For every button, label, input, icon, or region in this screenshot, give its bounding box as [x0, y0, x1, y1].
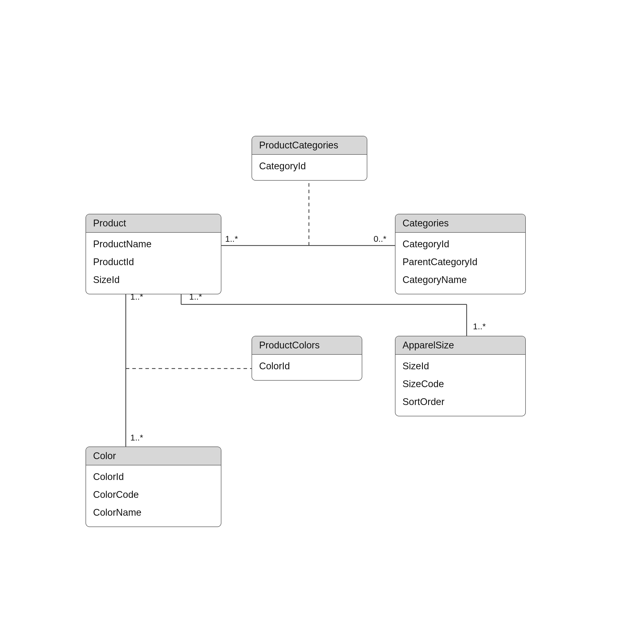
entity-attr: SizeCode — [403, 375, 518, 393]
mult-product-size-left: 1..* — [189, 292, 202, 302]
connectors — [0, 0, 644, 644]
entity-title: ProductColors — [252, 336, 362, 355]
entity-attr: CategoryId — [403, 235, 518, 253]
entity-product-categories: ProductCategories CategoryId — [252, 136, 367, 181]
entity-title: ProductCategories — [252, 136, 367, 155]
entity-title: ApparelSize — [395, 336, 525, 355]
entity-attr: ColorId — [93, 468, 214, 486]
entity-product: Product ProductName ProductId SizeId — [86, 214, 221, 294]
entity-attr: SizeId — [93, 271, 214, 289]
entity-apparel-size: ApparelSize SizeId SizeCode SortOrder — [395, 336, 526, 416]
entity-attr: ParentCategoryId — [403, 253, 518, 271]
entity-attr: ProductId — [93, 253, 214, 271]
entity-attr: SizeId — [403, 357, 518, 375]
mult-product-size-right: 1..* — [473, 321, 486, 331]
entity-categories: Categories CategoryId ParentCategoryId C… — [395, 214, 526, 294]
mult-product-color-top: 1..* — [130, 292, 143, 302]
entity-title: Categories — [395, 214, 525, 233]
entity-attr: SortOrder — [403, 393, 518, 411]
entity-attr: ColorName — [93, 504, 214, 521]
entity-product-colors: ProductColors ColorId — [252, 336, 362, 381]
entity-title: Product — [86, 214, 221, 233]
mult-product-categories-left: 1..* — [225, 234, 238, 244]
entity-title: Color — [86, 447, 221, 465]
entity-attr: ColorId — [259, 357, 355, 375]
entity-color: Color ColorId ColorCode ColorName — [86, 447, 221, 527]
entity-attr: ProductName — [93, 235, 214, 253]
mult-product-categories-right: 0..* — [374, 234, 386, 244]
entity-attr: ColorCode — [93, 486, 214, 504]
entity-attr: CategoryName — [403, 271, 518, 289]
entity-attr: CategoryId — [259, 157, 360, 175]
mult-product-color-bottom: 1..* — [130, 433, 143, 442]
uml-canvas: ProductCategories CategoryId Product Pro… — [0, 0, 644, 644]
